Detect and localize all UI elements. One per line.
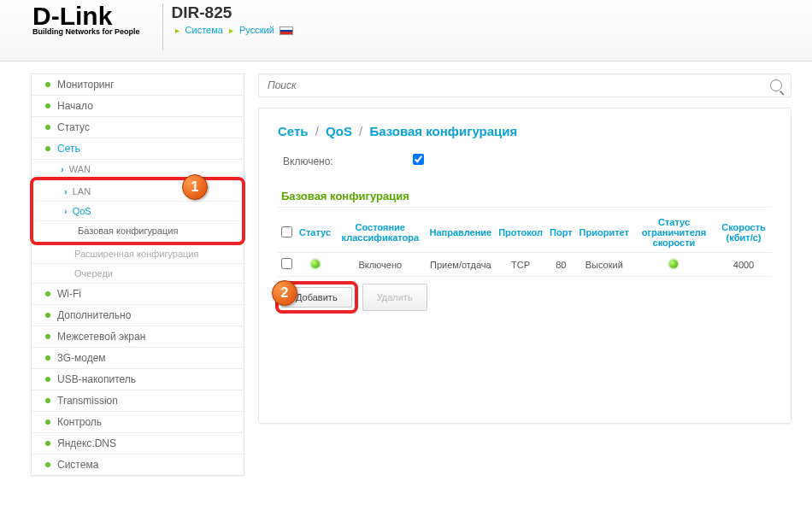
logo-subtext: Building Networks for People [32,27,140,36]
bc-qos[interactable]: QoS [326,124,352,138]
sidebar: Мониторинг Начало Статус Сеть WAN LAN Qo… [31,73,244,476]
enabled-label: Включено: [283,155,333,167]
enabled-row: Включено: [283,154,772,167]
col-limiter[interactable]: Статус ограничителя скорости [633,213,715,253]
annotation-highlight-1: LAN QoS Базовая конфигурация [30,177,245,245]
cell-protocol: TCP [495,253,546,277]
col-priority[interactable]: Приоритет [576,213,633,253]
sidebar-item-advanced[interactable]: Дополнительно [32,304,244,326]
bc-network[interactable]: Сеть [278,124,309,138]
sidebar-item-3g[interactable]: 3G-модем [32,347,244,368]
sidebar-sub2-queues[interactable]: Очереди [32,263,244,283]
row-checkbox[interactable] [281,258,292,269]
annotation-badge-2: 2 [272,280,297,306]
sidebar-sub-qos[interactable]: QoS [35,201,240,220]
col-protocol[interactable]: Протокол [495,213,546,253]
section-title: Базовая конфигурация [278,190,772,208]
enabled-checkbox[interactable] [413,154,424,165]
bc-sep: / [315,124,319,138]
status-dot-icon [311,260,320,268]
logo-text: D-Link [32,3,140,29]
sidebar-sub2-advanced[interactable]: Расширенная конфигурация [32,243,244,263]
table-header-row: Статус Состояние классификатора Направле… [278,213,772,253]
main-content: Сеть / QoS / Базовая конфигурация Включе… [258,73,791,476]
sidebar-item-start[interactable]: Начало [32,95,244,116]
search-bar[interactable] [258,73,791,97]
header-crumbs: ▸ Система ▸ Русский [172,25,293,35]
sidebar-item-control[interactable]: Контроль [32,411,244,432]
col-checkbox [278,213,296,253]
sidebar-item-status[interactable]: Статус [32,116,244,138]
sidebar-sub-lan[interactable]: LAN [35,182,240,201]
sidebar-item-firewall[interactable]: Межсетевой экран [32,326,244,347]
button-row: Добавить Удалить [278,284,772,311]
cell-port: 80 [546,253,576,277]
header-separator [162,3,163,50]
qos-table: Статус Состояние классификатора Направле… [278,213,772,277]
limiter-dot-icon [669,260,678,268]
panel: Сеть / QoS / Базовая конфигурация Включе… [258,108,791,424]
header-right: DIR-825 ▸ Система ▸ Русский [172,3,293,35]
cell-class-state: Включено [334,253,426,277]
delete-button[interactable]: Удалить [362,284,427,311]
flag-ru-icon [279,26,293,35]
logo-block: D-Link Building Networks for People [32,3,140,36]
model-name: DIR-825 [172,3,293,22]
sidebar-item-system[interactable]: Система [32,454,244,475]
col-speed[interactable]: Скорость (кбит/с) [715,213,772,253]
chevron-right-icon: ▸ [229,26,233,35]
select-all-checkbox[interactable] [281,226,292,238]
sidebar-item-monitoring[interactable]: Мониторинг [32,74,244,95]
sidebar-sub-wan[interactable]: WAN [32,159,244,179]
col-direction[interactable]: Направление [427,213,496,253]
cell-speed: 4000 [715,253,772,277]
crumb-language[interactable]: Русский [239,25,274,35]
annotation-badge-1: 1 [182,174,208,200]
sidebar-item-wifi[interactable]: Wi-Fi [32,283,244,304]
bc-basic: Базовая конфигурация [369,124,517,138]
bc-sep: / [359,124,362,138]
sidebar-item-network[interactable]: Сеть [32,138,244,159]
sidebar-item-usb[interactable]: USB-накопитель [32,368,244,390]
cell-priority: Высокий [576,253,633,277]
header: D-Link Building Networks for People DIR-… [0,0,812,62]
col-class-state[interactable]: Состояние классификатора [334,213,426,253]
sidebar-sub2-basic[interactable]: Базовая конфигурация [35,220,240,240]
sidebar-item-yandexdns[interactable]: Яндекс.DNS [32,432,244,454]
chevron-right-icon: ▸ [175,26,179,35]
col-status[interactable]: Статус [296,213,334,253]
sidebar-item-transmission[interactable]: Transmission [32,390,244,411]
col-port[interactable]: Порт [546,213,576,253]
crumb-system[interactable]: Система [185,25,223,35]
search-icon[interactable] [770,79,782,91]
breadcrumb: Сеть / QoS / Базовая конфигурация [278,124,772,138]
cell-direction: Прием/отдача [427,253,496,277]
search-input[interactable] [268,79,770,91]
table-row[interactable]: Включено Прием/отдача TCP 80 Высокий 400… [278,253,772,277]
